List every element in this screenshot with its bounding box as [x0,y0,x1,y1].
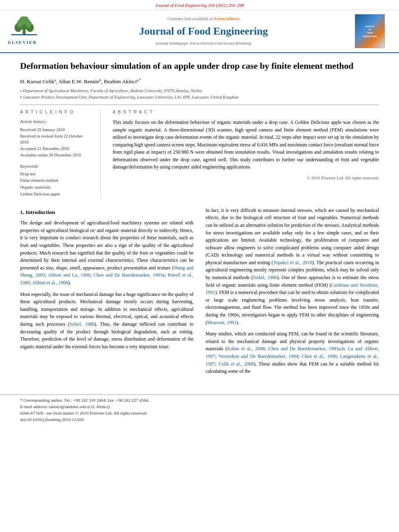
journal-citation-bar: Journal of Food Engineering 104 (2011) 2… [0,0,399,10]
abstract-column: A B S T R A C T This study focuses on th… [113,109,379,198]
keywords-label: Keywords: [20,163,92,170]
ref-chen-baerd-93ab[interactable]: Chen and De Baerdemaeker, 1993a,b [268,346,344,351]
copyright-line: © 2010 Elsevier Ltd. All rights reserved… [113,175,379,181]
keyword-3: Organic materials [20,184,92,191]
article-info-column: A R T I C L E I N F O Article history: R… [20,109,101,198]
footnotes-left: * Corresponding author. Tel.: +90 242 31… [20,397,149,423]
affil-text-a: Department of Agricultural Machinery, Fa… [23,88,202,94]
elsevier-tree-icon [8,16,40,39]
journal-header: ELSEVIER Contents lists available at Sci… [0,10,399,53]
authors-line: H. Kursat Celika, Allan E.W. Rennieb, Ib… [20,78,379,86]
divider-1 [20,105,379,105]
ref-sirkel-1986b[interactable]: Sirkel, 1986 [253,275,277,280]
elsevier-logo: ELSEVIER [8,16,52,46]
ref-kabas[interactable]: Kabas et al., 2008 [227,346,265,351]
history-accepted: Accepted 21 December 2010 [20,146,92,152]
issn-note: 0260-8774/$ - see front matter © 2010 El… [20,410,149,417]
page: Journal of Food Engineering 104 (2011) 2… [0,0,399,532]
corr-author-note: * Corresponding author. Tel.: +90 242 31… [20,397,149,404]
body-column-left: 1. Introduction The design and developme… [20,207,193,379]
cover-title: journaloffoodengineering [363,25,377,38]
affil-text-b: Lancaster Product Development Unit, Depa… [23,94,239,101]
history-label: Article history: [20,119,92,125]
intro-para-3: In fact, it is very difficult to measure… [206,207,379,327]
journal-cover-image: journaloffoodengineering [355,14,385,48]
affil-sup-b: b [20,94,22,100]
journal-header-center: Contents lists available at ScienceDirec… [52,16,355,47]
ref-abbott-lu[interactable]: Abbott and Lu, 1996 [48,272,90,278]
elsevier-brand-text: ELSEVIER [8,39,37,46]
abstract-label: A B S T R A C T [113,109,379,115]
intro-para-2: Most especially, the issue of mechanical… [20,291,193,351]
ref-topakci[interactable]: Topakci et al., 2010 [273,260,312,265]
history-received: Received 29 January 2010 [20,127,92,133]
keyword-2: Finite element method [20,177,92,184]
affiliation-2: b Lancaster Product Development Unit, De… [20,94,379,101]
author-2: Allan E.W. Rennieb [58,78,101,84]
author-3: Ibrahim Akincia,* [104,78,141,84]
sciencedirect-link: Contents lists available at ScienceDirec… [52,16,355,22]
article-title: Deformation behaviour simulation of an a… [20,60,379,72]
ref-sirkel-1986[interactable]: Sirkel, 1986 [70,321,95,327]
ref-celik-2008[interactable]: Celik et al., 2008 [218,361,254,367]
bottom-footnotes: * Corresponding author. Tel.: +90 242 31… [0,394,399,425]
ref-verstreken[interactable]: Verstreken and De Baerdemaeker, 1994 [218,353,298,359]
journal-title: Journal of Food Engineering [52,24,355,39]
section-number: 1. [20,209,26,215]
keyword-1: Drop test [20,171,92,178]
ref-chen-baerd-1993a[interactable]: Chen and De Baerdemaeker, 1993a [93,272,165,278]
sciencedirect-brand[interactable]: ScienceDirect [214,16,240,21]
affil-sup-a: a [20,88,22,93]
history-revised: Received in revised form 22 October 2010 [20,133,92,146]
keyword-4: Golden Delicious apple [20,191,92,198]
doi-note: doi:10.1016/j.jfoodeng.2010.12.020 [20,417,149,423]
main-content: Deformation behaviour simulation of an a… [0,53,399,387]
abstract-text: This study focuses on the deformation be… [113,119,379,171]
body-column-right: In fact, it is very difficult to measure… [206,207,379,379]
svg-rect-0 [11,34,37,35]
affiliations: a Department of Agricultural Machinery, … [20,88,379,101]
article-info-label: A R T I C L E I N F O [20,109,92,115]
affiliation-1: a Department of Agricultural Machinery, … [20,88,379,94]
info-abstract-columns: A R T I C L E I N F O Article history: R… [20,109,379,198]
author-1: H. Kursat Celika [20,78,56,84]
section-title: Introduction [26,209,55,215]
ref-moaveni[interactable]: Moaveni, 1991 [207,320,237,325]
body-content: 1. Introduction The design and developme… [20,207,379,379]
journal-cover: journaloffoodengineering [355,14,391,48]
intro-para-1: The design and development of agricultur… [20,219,193,286]
history-online: Available online 28 December 2010 [20,152,92,158]
email-note: E-mail address: iakinci@akdeniz.edu.tr (… [20,404,149,410]
ref-abbott-1968[interactable]: Abbott et al., 1968 [32,280,68,286]
section-1-heading: 1. Introduction [20,208,193,216]
intro-para-4: Many studies, which are conducted using … [206,330,379,375]
ref-chen-1996[interactable]: Chen et al., 1996 [302,353,337,359]
journal-citation: Journal of Food Engineering 104 (2011) 2… [155,3,244,8]
ref-cardenas[interactable]: Cardenas and Stroshine, 1991 [206,282,379,296]
journal-homepage: journal homepage: www.elsevier.com/locat… [52,40,355,47]
